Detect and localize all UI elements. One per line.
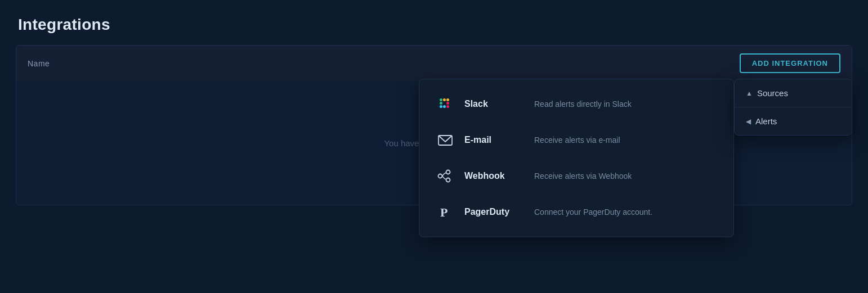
svg-line-12 xyxy=(442,173,445,176)
svg-line-14 xyxy=(442,176,445,179)
email-icon xyxy=(435,130,455,150)
webhook-desc: Receive alerts via Webhook xyxy=(534,172,632,181)
alerts-arrow: ◀ xyxy=(746,118,751,125)
page-header: Integrations xyxy=(0,0,868,45)
webhook-icon xyxy=(435,166,455,186)
svg-rect-2 xyxy=(443,98,446,101)
side-panel-item-sources[interactable]: ▲ Sources xyxy=(735,79,852,107)
slack-desc: Read alerts directly in Slack xyxy=(534,100,632,109)
svg-point-11 xyxy=(446,178,450,182)
svg-rect-0 xyxy=(440,98,442,101)
table-header: Name ADD INTEGRATION xyxy=(16,46,852,81)
integration-item-email[interactable]: E-mail Receive alerts via e-mail xyxy=(419,122,733,158)
svg-text:P: P xyxy=(440,205,448,219)
pagerduty-name: PagerDuty xyxy=(464,207,521,217)
slack-icon xyxy=(435,94,455,114)
table-column-name: Name xyxy=(28,59,50,68)
page-title: Integrations xyxy=(18,16,850,34)
integration-item-pagerduty[interactable]: P PagerDuty Connect your PagerDuty accou… xyxy=(419,194,733,230)
svg-point-10 xyxy=(446,170,450,174)
dropdown-wrapper: Slack Read alerts directly in Slack E-ma… xyxy=(419,79,852,237)
alerts-label: Alerts xyxy=(755,116,777,126)
svg-point-9 xyxy=(439,174,442,178)
side-panel: ▲ Sources ◀ Alerts xyxy=(734,79,852,136)
email-name: E-mail xyxy=(464,135,521,145)
webhook-name: Webhook xyxy=(464,171,521,181)
pagerduty-icon: P xyxy=(435,202,455,222)
svg-rect-7 xyxy=(446,105,449,108)
page-container: Integrations Name ADD INTEGRATION You ha… xyxy=(0,0,868,293)
slack-name: Slack xyxy=(464,99,521,109)
svg-rect-6 xyxy=(446,102,449,105)
svg-rect-5 xyxy=(443,105,446,108)
email-desc: Receive alerts via e-mail xyxy=(534,136,620,145)
pagerduty-desc: Connect your PagerDuty account. xyxy=(534,208,652,217)
integration-item-slack[interactable]: Slack Read alerts directly in Slack xyxy=(419,86,733,122)
svg-line-15 xyxy=(445,179,446,179)
add-integration-button[interactable]: ADD INTEGRATION xyxy=(740,53,840,73)
svg-rect-4 xyxy=(440,105,442,108)
sources-arrow: ▲ xyxy=(746,89,753,97)
svg-rect-3 xyxy=(446,98,449,101)
svg-rect-1 xyxy=(440,102,442,105)
side-panel-item-alerts[interactable]: ◀ Alerts xyxy=(735,107,852,135)
svg-line-13 xyxy=(445,173,446,174)
integrations-dropdown: Slack Read alerts directly in Slack E-ma… xyxy=(419,79,734,237)
integration-item-webhook[interactable]: Webhook Receive alerts via Webhook xyxy=(419,158,733,194)
sources-label: Sources xyxy=(757,88,788,98)
